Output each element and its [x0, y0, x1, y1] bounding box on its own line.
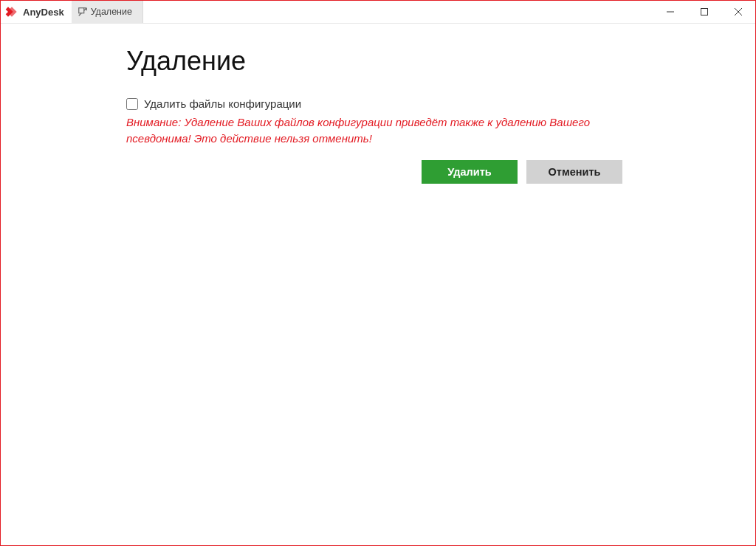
- app-window: AnyDesk Удаление: [0, 0, 756, 546]
- uninstall-tab-icon: [78, 7, 88, 17]
- window-controls: [653, 1, 755, 23]
- warning-text: Внимание: Удаление Ваших файлов конфигур…: [126, 114, 599, 147]
- delete-config-checkbox[interactable]: [126, 98, 138, 110]
- svg-rect-2: [701, 9, 708, 15]
- svg-rect-0: [78, 8, 83, 13]
- maximize-button[interactable]: [687, 1, 721, 23]
- content-area: Удаление Удалить файлы конфигурации Вним…: [1, 24, 755, 545]
- inner-content: Удаление Удалить файлы конфигурации Вним…: [126, 46, 643, 184]
- delete-button[interactable]: Удалить: [422, 160, 518, 184]
- cancel-button[interactable]: Отменить: [526, 160, 622, 184]
- delete-config-checkbox-row[interactable]: Удалить файлы конфигурации: [126, 97, 643, 110]
- close-button[interactable]: [721, 1, 755, 23]
- tab-label: Удаление: [91, 7, 132, 17]
- button-row: Удалить Отменить: [422, 160, 643, 184]
- minimize-button[interactable]: [653, 1, 687, 23]
- tab-uninstall[interactable]: Удаление: [72, 1, 143, 23]
- delete-config-label: Удалить файлы конфигурации: [144, 97, 301, 110]
- titlebar-left: AnyDesk Удаление: [1, 1, 143, 23]
- titlebar: AnyDesk Удаление: [1, 1, 755, 24]
- app-name: AnyDesk: [23, 7, 72, 18]
- app-logo-icon: [1, 1, 23, 23]
- page-title: Удаление: [126, 46, 643, 77]
